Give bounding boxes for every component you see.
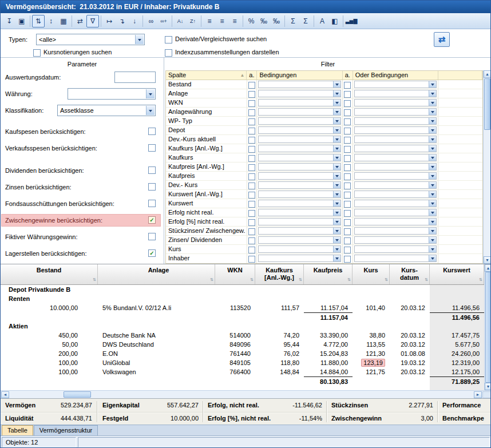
filter-condition-select[interactable] — [258, 126, 340, 134]
filter-or-active-checkbox[interactable] — [344, 228, 351, 235]
filter-column-name[interactable]: Inhaber — [166, 254, 247, 263]
filter-column-name[interactable]: Kaufkurs — [166, 153, 247, 162]
filter-condition-select[interactable] — [258, 90, 340, 97]
dropdown-arrow-icon[interactable] — [429, 145, 436, 152]
dropdown-arrow-icon[interactable] — [333, 255, 340, 261]
horizontal-scrollbar[interactable]: ◄ ► — [1, 390, 491, 398]
filter-or-active-checkbox[interactable] — [344, 210, 351, 217]
filter-condition-select[interactable] — [258, 145, 340, 152]
filter-active-checkbox[interactable] — [248, 91, 255, 98]
filter-or-active-checkbox[interactable] — [344, 91, 351, 98]
filter-icon[interactable]: ∇ — [86, 15, 99, 27]
dropdown-arrow-icon[interactable] — [429, 228, 436, 234]
refresh-icon[interactable]: ⇄ — [74, 15, 86, 27]
checkbox-box[interactable] — [148, 183, 156, 191]
dropdown-arrow-icon[interactable] — [146, 106, 155, 115]
filter-active-checkbox[interactable] — [248, 137, 255, 144]
checkbox-box[interactable] — [148, 233, 156, 240]
filter-or-condition-select[interactable] — [354, 163, 437, 171]
table-row[interactable]: 100,00 Volkswagen 766400 148,84 14.884,0… — [1, 367, 484, 376]
checkbox-box[interactable] — [148, 166, 156, 174]
align-middle-icon[interactable]: ≡ — [216, 15, 228, 27]
dropdown-arrow-icon[interactable] — [429, 255, 436, 261]
filter-or-active-checkbox[interactable] — [344, 82, 351, 89]
filter-or-condition-select[interactable] — [354, 108, 437, 116]
filter-column-name[interactable]: Kaufkurs [Anl.-Wg.] — [166, 144, 247, 153]
filter-column-name[interactable]: Kaufpreis — [166, 172, 247, 180]
filter-or-condition-select[interactable] — [354, 90, 437, 97]
tab-tabelle[interactable]: Tabelle — [2, 425, 33, 435]
filter-or-condition-select[interactable] — [354, 181, 437, 189]
decimal-remove-icon[interactable]: ‰ — [270, 15, 283, 27]
scrollbar-thumb[interactable] — [64, 391, 91, 398]
dropdown-arrow-icon[interactable] — [429, 246, 436, 252]
filter-or-condition-select[interactable] — [354, 209, 437, 216]
table-group-row[interactable]: Renten — [1, 294, 484, 303]
filter-or-active-checkbox[interactable] — [344, 109, 351, 116]
dropdown-arrow-icon[interactable] — [429, 81, 436, 88]
dropdown-arrow-icon[interactable] — [333, 136, 340, 142]
filter-active-checkbox[interactable] — [248, 146, 255, 153]
dropdown-arrow-icon[interactable] — [333, 228, 340, 234]
scroll-down-icon[interactable]: ▼ — [485, 383, 491, 390]
filter-or-active-checkbox[interactable] — [344, 118, 351, 125]
filter-condition-select[interactable] — [258, 136, 340, 143]
table-row[interactable]: 100,00 UniGlobal 849105 118,80 11.880,00… — [1, 358, 484, 367]
dropdown-arrow-icon[interactable] — [429, 219, 436, 225]
filter-column-name[interactable]: Kurs — [166, 245, 247, 253]
dropdown-arrow-icon[interactable] — [135, 35, 144, 44]
dropdown-arrow-icon[interactable] — [429, 164, 436, 170]
filter-condition-select[interactable] — [258, 236, 340, 244]
fondsausschuettungen-checkbox[interactable]: Fondsausschüttungen berücksichtigen: — [2, 198, 160, 209]
dropdown-arrow-icon[interactable] — [333, 145, 340, 152]
filter-condition-select[interactable] — [258, 99, 340, 106]
filter-or-active-checkbox[interactable] — [344, 164, 351, 171]
checkbox-box[interactable] — [33, 49, 41, 57]
dividenden-checkbox[interactable]: Dividenden berücksichtigen: — [2, 165, 160, 176]
col-header-kaufpreis[interactable]: Kaufpreis⇅ — [304, 264, 353, 284]
filter-active-checkbox[interactable] — [248, 128, 255, 134]
filter-active-checkbox[interactable] — [248, 82, 255, 89]
dropdown-arrow-icon[interactable] — [429, 173, 436, 179]
filter-active-checkbox[interactable] — [248, 201, 255, 208]
fill-color-icon[interactable]: ◧ — [328, 15, 341, 27]
filter-condition-select[interactable] — [258, 255, 340, 262]
filter-or-condition-select[interactable] — [354, 227, 437, 235]
filter-column-name[interactable]: Kaufpreis [Anl.-Wg.] — [166, 162, 247, 171]
filter-column-name[interactable]: Anlagewährung — [166, 108, 247, 116]
dropdown-arrow-icon[interactable] — [333, 118, 340, 124]
dropdown-arrow-icon[interactable] — [429, 191, 436, 197]
index-checkbox[interactable]: Indexzusammenstellungen darstellen — [165, 48, 279, 57]
sort-indicator-icon[interactable]: ⇅ — [210, 276, 213, 283]
filter-condition-select[interactable] — [258, 200, 340, 207]
filter-or-active-checkbox[interactable] — [344, 155, 351, 162]
checkbox-box[interactable] — [148, 128, 156, 135]
dropdown-arrow-icon[interactable] — [146, 89, 155, 98]
filter-or-active-checkbox[interactable] — [344, 219, 351, 226]
filter-column-name[interactable]: Depot — [166, 126, 247, 134]
chart-pan-icon[interactable]: ⇅ — [32, 15, 45, 27]
dropdown-arrow-icon[interactable] — [429, 109, 436, 115]
filter-active-checkbox[interactable] — [248, 192, 255, 199]
filter-column-name[interactable]: Zinsen/ Dividenden — [166, 236, 247, 244]
filter-active-checkbox[interactable] — [248, 173, 255, 180]
filter-condition-select[interactable] — [258, 227, 340, 235]
filter-column-name[interactable]: WP- Typ — [166, 117, 247, 125]
checkbox-box[interactable] — [165, 36, 172, 43]
filter-or-active-checkbox[interactable] — [344, 192, 351, 199]
verkaufsspesen-checkbox[interactable]: Verkaufsspesen berücksichtigen: — [2, 142, 160, 154]
arrow-down-icon[interactable]: ↓ — [128, 15, 141, 27]
filter-active-checkbox[interactable] — [248, 247, 255, 253]
filter-or-condition-select[interactable] — [354, 191, 437, 198]
filter-or-condition-select[interactable] — [354, 200, 437, 207]
dropdown-arrow-icon[interactable] — [333, 90, 340, 97]
filter-condition-select[interactable] — [258, 117, 340, 125]
filter-active-checkbox[interactable] — [248, 256, 255, 263]
checkbox-box[interactable] — [148, 200, 156, 207]
filter-column-name[interactable]: WKN — [166, 98, 247, 107]
dropdown-arrow-icon[interactable] — [429, 200, 436, 207]
dropdown-arrow-icon[interactable] — [429, 182, 436, 188]
align-bottom-icon[interactable]: ≡ — [228, 15, 241, 27]
chart-colored-icon[interactable]: ▃▅▇ — [345, 15, 358, 27]
sort-indicator-icon[interactable]: ⇅ — [250, 276, 254, 283]
